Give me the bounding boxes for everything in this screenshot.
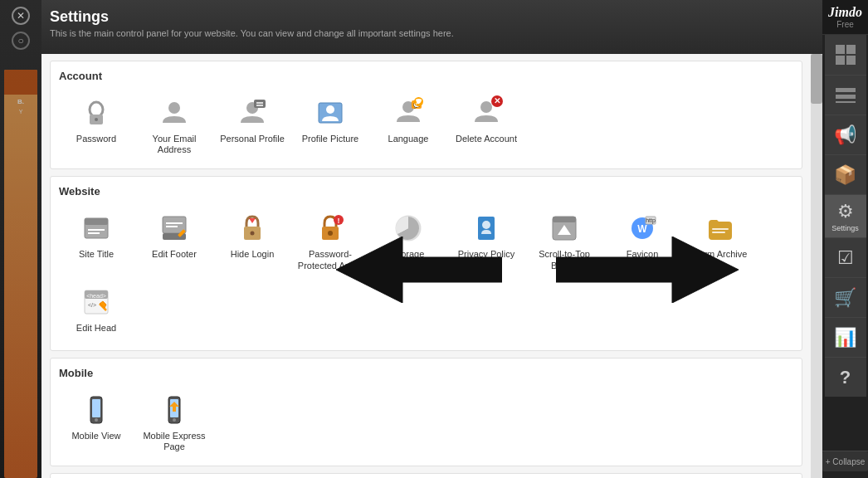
settings-icon: ⚙ — [837, 201, 854, 222]
close-button[interactable]: ✕ — [12, 7, 30, 25]
scrollbar[interactable] — [811, 54, 822, 478]
box-button[interactable]: 📦 — [825, 154, 866, 194]
personal-profile-label: Personal Profile — [220, 134, 285, 144]
edit-head-item[interactable]: <head> </> Edit Head — [59, 280, 134, 342]
cart-button[interactable]: 🛒 — [825, 277, 866, 317]
edit-footer-item[interactable]: Edit Footer — [137, 206, 212, 276]
mobile-section: Mobile Mobile View — [50, 358, 802, 466]
settings-button[interactable]: ⚙ Settings — [825, 194, 866, 237]
svg-rect-68 — [836, 45, 845, 54]
website-grid: Site Title — [59, 206, 793, 341]
scrollbar-thumb[interactable] — [811, 54, 822, 104]
delete-account-icon: ✕ — [469, 95, 504, 130]
mobile-express-label: Mobile Express Page — [140, 431, 208, 452]
jimdo-plan: Free — [826, 20, 865, 29]
mobile-express-item[interactable]: Mobile Express Page — [137, 388, 212, 457]
header-bar: Settings This is the main control panel … — [41, 0, 822, 54]
account-grid: Password Your Email Address — [59, 90, 793, 160]
svg-point-11 — [326, 105, 334, 114]
left-strip: ✕ ○ B. Y — [0, 0, 41, 478]
password-protected-icon: ! — [313, 211, 348, 246]
page-title: Settings — [50, 8, 810, 26]
privacy-policy-item[interactable]: Privacy Policy — [449, 206, 524, 276]
site-title-item[interactable]: Site Title — [59, 206, 134, 276]
email-address-item[interactable]: Your Email Address — [137, 90, 212, 160]
password-protected-item[interactable]: ! Password-Protected Areas — [293, 206, 368, 276]
help-icon: ? — [840, 367, 851, 388]
website-section-title: Website — [59, 185, 793, 198]
hide-login-item[interactable]: Hide Login — [215, 206, 290, 276]
svg-point-55 — [173, 418, 176, 422]
scroll-to-top-label: Scroll-to-Top Button — [530, 249, 598, 271]
settings-label: Settings — [831, 224, 859, 232]
personal-profile-icon — [235, 95, 270, 130]
svg-rect-73 — [836, 95, 856, 99]
svg-rect-71 — [846, 56, 856, 65]
svg-rect-36 — [553, 217, 576, 222]
stats-button[interactable]: 📊 — [825, 317, 866, 357]
language-label: Language — [388, 134, 429, 144]
privacy-policy-label: Privacy Policy — [458, 249, 514, 260]
profile-picture-item[interactable]: Profile Picture — [293, 90, 368, 160]
mobile-view-item[interactable]: Mobile View — [59, 388, 134, 457]
svg-text:W: W — [637, 223, 647, 235]
storage-item[interactable]: Storage — [371, 206, 446, 276]
scroll-to-top-item[interactable]: Scroll-to-Top Button — [527, 206, 602, 276]
language-item[interactable]: 💬 Language — [371, 90, 446, 160]
svg-marker-27 — [249, 218, 256, 223]
password-item[interactable]: Password — [59, 90, 134, 160]
site-title-label: Site Title — [79, 249, 114, 260]
hide-login-icon — [235, 211, 270, 246]
svg-point-5 — [168, 102, 180, 114]
checklist-button[interactable]: ☑ — [825, 237, 866, 277]
favicon-item[interactable]: W http Favicon — [605, 206, 680, 276]
svg-rect-69 — [846, 45, 856, 54]
mobile-view-icon — [79, 393, 114, 427]
announce-button[interactable]: 📢 — [825, 115, 866, 154]
edit-head-label: Edit Head — [76, 323, 116, 334]
delete-account-label: Delete Account — [456, 134, 517, 144]
password-icon — [79, 95, 114, 130]
favicon-label: Favicon — [627, 249, 659, 260]
jimdo-brand: Jimdo — [826, 5, 865, 20]
collapse-button[interactable]: + Collapse — [822, 451, 868, 471]
email-address-icon — [157, 95, 192, 130]
password-label: Password — [76, 134, 116, 144]
email-domain-section: Email and Domain Management — [50, 473, 802, 478]
personal-profile-item[interactable]: Personal Profile — [215, 90, 290, 160]
language-icon: 💬 — [391, 95, 426, 130]
layout-button[interactable] — [825, 35, 866, 75]
svg-rect-7 — [254, 100, 266, 108]
svg-rect-70 — [836, 56, 845, 65]
svg-rect-43 — [712, 232, 725, 233]
template-button[interactable] — [825, 75, 866, 115]
form-archive-label: Form Archive — [694, 249, 748, 260]
svg-point-15 — [480, 101, 492, 113]
storage-label: Storage — [393, 249, 425, 260]
svg-text:http: http — [646, 217, 656, 224]
profile-picture-icon — [313, 95, 348, 130]
delete-account-item[interactable]: ✕ Delete Account — [449, 90, 524, 160]
svg-rect-17 — [85, 218, 108, 225]
cart-icon: 🛒 — [834, 287, 856, 309]
form-archive-icon — [703, 211, 738, 246]
svg-rect-72 — [836, 88, 856, 92]
svg-rect-51 — [92, 399, 100, 417]
form-archive-item[interactable]: Form Archive — [683, 206, 758, 276]
stats-icon: 📊 — [834, 327, 856, 349]
svg-point-52 — [95, 418, 98, 422]
account-section: Account Password — [50, 61, 802, 169]
svg-text:!: ! — [338, 217, 340, 225]
profile-picture-label: Profile Picture — [302, 134, 358, 144]
svg-point-4 — [95, 118, 98, 121]
website-section: Website — [50, 176, 802, 350]
mobile-view-label: Mobile View — [71, 431, 120, 441]
checklist-icon: ☑ — [837, 247, 854, 269]
minimize-button[interactable]: ○ — [12, 32, 30, 50]
help-button[interactable]: ? — [825, 357, 866, 397]
edit-footer-icon — [157, 211, 192, 246]
password-protected-label: Password-Protected Areas — [296, 249, 364, 271]
svg-text:<head>: <head> — [86, 293, 106, 299]
edit-footer-label: Edit Footer — [152, 249, 197, 260]
settings-content: Account Password — [41, 54, 811, 478]
